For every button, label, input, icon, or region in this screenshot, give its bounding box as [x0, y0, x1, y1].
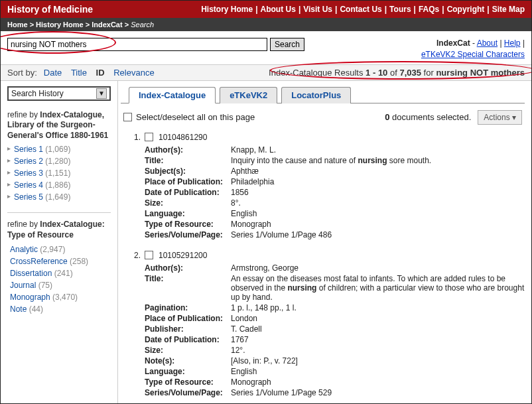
- field-value: London: [231, 314, 525, 323]
- facet-link[interactable]: Series 2: [14, 157, 43, 166]
- facet-types-list: Analytic (2,947)CrossReference (258)Diss…: [7, 243, 111, 315]
- sort-relevance[interactable]: Relevance: [113, 68, 154, 78]
- main: Search History ▼ refine by Index-Catalog…: [1, 81, 531, 404]
- field-value: Aphthæ: [231, 167, 525, 176]
- record-field: Type of Resource:Monograph: [131, 219, 525, 230]
- facet-link[interactable]: Monograph: [10, 293, 50, 302]
- record-checkbox[interactable]: [145, 251, 153, 259]
- field-label: Type of Resource:: [145, 220, 231, 229]
- field-label: Title:: [145, 156, 231, 165]
- field-label: Series/Volume/Page:: [145, 388, 231, 397]
- tab-etkevk2[interactable]: eTKeVK2: [220, 87, 277, 103]
- facet-link[interactable]: Series 3: [14, 168, 43, 178]
- record-id: 10104861290: [159, 133, 207, 142]
- top-nav: History Home|About Us|Visit Us|Contact U…: [201, 5, 525, 14]
- refine-group-1: refine by Index-Catalogue, Library of th…: [7, 110, 111, 141]
- nav-faqs[interactable]: FAQs: [419, 5, 439, 14]
- field-label: Series/Volume/Page:: [145, 230, 231, 239]
- facet-link[interactable]: Dissertation: [10, 269, 52, 278]
- nav-tours[interactable]: Tours: [389, 5, 411, 14]
- nav-contact-us[interactable]: Contact Us: [340, 5, 381, 14]
- field-value: Series 1/Volume 1/Page 529: [231, 388, 525, 397]
- record-number: 1.: [131, 133, 141, 142]
- record-field: Title:Inquiry into the cause and nature …: [131, 155, 525, 166]
- field-value: [Also, in: P., v. 722]: [231, 356, 525, 366]
- facet-link[interactable]: Series 5: [14, 192, 43, 202]
- record-field: Title:An essay on the diseases most fata…: [131, 273, 525, 303]
- tabs: Index-Catalogue eTKeVK2 LocatorPlus: [121, 86, 525, 103]
- field-value: 12°.: [231, 346, 525, 355]
- record-field: Type of Resource:Monograph: [131, 377, 525, 387]
- record-field: Publisher:T. Cadell: [131, 324, 525, 334]
- record-field: Series/Volume/Page:Series 1/Volume 1/Pag…: [131, 387, 525, 398]
- search-left: Search: [7, 38, 304, 51]
- tab-locatorplus[interactable]: LocatorPlus: [281, 87, 351, 103]
- record-field: Subject(s):Aphthæ: [131, 166, 525, 176]
- facet-link[interactable]: Analytic: [10, 245, 38, 254]
- field-value: Monograph: [231, 377, 525, 387]
- nav-visit-us[interactable]: Visit Us: [303, 5, 332, 14]
- tab-index-catalogue[interactable]: Index-Catalogue: [129, 87, 216, 103]
- search-row: Search IndexCat - About | Help | eTKeVK2…: [1, 31, 531, 64]
- about-link[interactable]: About: [477, 38, 498, 48]
- sort-row: Sort by: Date Title ID Relevance Index-C…: [1, 64, 531, 81]
- search-history-select[interactable]: Search History ▼: [7, 86, 111, 101]
- field-value: English: [231, 209, 525, 218]
- record: 1.10104861290Author(s):Knapp, M. L.Title…: [131, 133, 525, 240]
- sort-options: Date Title ID Relevance: [37, 68, 155, 78]
- record-field: Note(s):[Also, in: P., v. 722]: [131, 356, 525, 366]
- field-label: Author(s):: [145, 145, 231, 155]
- record-checkbox[interactable]: [145, 133, 153, 141]
- select-bar: Select/deselect all on this page 0 docum…: [121, 103, 525, 130]
- facet-link[interactable]: Series 1: [14, 145, 43, 154]
- field-label: Publisher:: [145, 324, 231, 334]
- selected-count: 0 documents selected.: [385, 112, 471, 122]
- search-button[interactable]: Search: [270, 38, 304, 51]
- field-label: Author(s):: [145, 263, 231, 273]
- nav-site-map[interactable]: Site Map: [492, 5, 525, 14]
- facet-item: Dissertation (241): [7, 267, 111, 279]
- breadcrumb: Home > History Home > IndexCat > Search: [1, 18, 531, 31]
- search-right-links: IndexCat - About | Help | eTKeVK2 Specia…: [421, 38, 525, 60]
- actions-button[interactable]: Actions ▾: [478, 110, 522, 125]
- facet-link[interactable]: Series 4: [14, 180, 43, 190]
- brand-indexcat: IndexCat: [436, 38, 470, 48]
- sort-date[interactable]: Date: [44, 68, 62, 78]
- facet-item: Analytic (2,947): [7, 243, 111, 255]
- crumb-indexcat[interactable]: IndexCat: [92, 21, 122, 29]
- record: 2.10105291200Author(s):Armstrong, George…: [131, 251, 525, 398]
- nav-about-us[interactable]: About Us: [261, 5, 296, 14]
- nav-copyright[interactable]: Copyright: [447, 5, 485, 14]
- facet-item: Series 5 (1,649): [7, 191, 111, 203]
- record-field: Date of Publication:1856: [131, 187, 525, 198]
- crumb-history-home[interactable]: History Home: [36, 21, 84, 29]
- crumb-home[interactable]: Home: [7, 21, 28, 29]
- facet-item: Series 2 (1,280): [7, 155, 111, 167]
- facet-item: CrossReference (258): [7, 255, 111, 267]
- field-label: Title:: [145, 274, 231, 302]
- facet-link[interactable]: Note: [10, 304, 27, 314]
- facet-link[interactable]: Journal: [10, 281, 36, 290]
- facet-item: Series 1 (1,069): [7, 143, 111, 155]
- search-input[interactable]: [7, 38, 267, 51]
- record-field: Size:12°.: [131, 345, 525, 356]
- etk-characters-link[interactable]: eTKeVK2 Special Characters: [421, 50, 525, 59]
- sort-id: ID: [96, 68, 105, 78]
- field-value: An essay on the diseases most fatal to i…: [231, 274, 525, 302]
- nav-history-home[interactable]: History Home: [201, 5, 253, 14]
- field-label: Type of Resource:: [145, 377, 231, 387]
- field-label: Note(s):: [145, 356, 231, 366]
- sort-title[interactable]: Title: [71, 68, 87, 78]
- field-value: 1767: [231, 335, 525, 344]
- select-all-checkbox[interactable]: [123, 113, 132, 121]
- field-value: Knapp, M. L.: [231, 145, 525, 155]
- field-value: Philadelphia: [231, 177, 525, 186]
- content: Index-Catalogue eTKeVK2 LocatorPlus Sele…: [117, 81, 531, 404]
- help-link[interactable]: Help: [504, 38, 521, 48]
- facet-link[interactable]: CrossReference: [10, 257, 68, 266]
- records-list: 1.10104861290Author(s):Knapp, M. L.Title…: [121, 130, 525, 398]
- record-number: 2.: [131, 251, 141, 260]
- crumb-current: Search: [131, 21, 154, 29]
- field-value: Inquiry into the cause and nature of nur…: [231, 156, 525, 165]
- field-label: Size:: [145, 198, 231, 208]
